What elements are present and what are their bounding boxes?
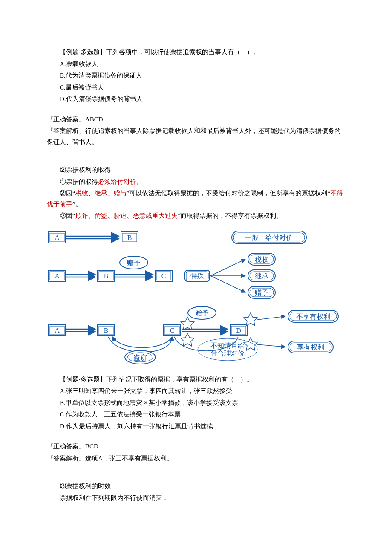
- q1-exp-text: 行使追索权的当事人除票据记载收款人和和最后被背书人外，还可能是代为清偿票据债务的…: [47, 127, 341, 145]
- svg-line-23: [210, 276, 245, 292]
- q1-option-d: D.代为清偿票据债务的背书人: [47, 94, 345, 105]
- diagram-gift-label-1: 赠予: [127, 259, 141, 266]
- sec2-p1b-red: 必须给付对价: [98, 178, 136, 185]
- sec2-p2a: ②因“: [60, 190, 75, 197]
- sec3-body: 票据权利在下列期限内不行使而消灭：: [47, 493, 345, 504]
- diagram-general-pill: 一般：给付对价: [245, 234, 293, 241]
- diagram-box-b2: B: [104, 272, 109, 279]
- q2-option-d: D.作为最后持票人，刘六持有一张银行汇票且背书连续: [47, 421, 345, 432]
- diagram-box-a3: A: [55, 327, 60, 334]
- svg-line-46: [257, 344, 285, 347]
- diagram-gift-label-2: 赠予: [195, 309, 209, 316]
- q2-answer-row: 『正确答案』BCD: [47, 441, 345, 452]
- sec2-p3b-red: 欺诈、偷盗、胁迫、恶意或重大过失: [75, 212, 178, 219]
- sec2-p1c: 。: [136, 178, 143, 185]
- spacer: [47, 465, 345, 481]
- spacer: [47, 148, 345, 165]
- q1-explanation: 『答案解析』行使追索权的当事人除票据记载收款人和和最后被背书人外，还可能是代为清…: [47, 126, 345, 147]
- diagram-special-box: 特殊: [190, 272, 204, 279]
- star-icon: [181, 333, 194, 346]
- spacer: [47, 433, 345, 441]
- q2-option-a: A.张三明知李四偷来一张支票，李四向其转让，张三欣然接受: [47, 386, 345, 397]
- star-icon: [244, 313, 257, 326]
- diagram-row1: A B 一般：给付对价: [49, 231, 306, 244]
- sec2-p1: ①票据的取得必须给付对价。: [47, 176, 345, 188]
- sec3-title: ⑶票据权利的时效: [47, 481, 345, 492]
- diagram-box-a1: A: [55, 234, 60, 241]
- q1-option-a: A.票载收款人: [47, 59, 345, 70]
- sec2-p1a: ①票据的取得: [60, 178, 98, 185]
- svg-line-45: [257, 316, 285, 320]
- sec2-p3: ③因“欺诈、偷盗、胁迫、恶意或重大过失”而取得票据的，不得享有票据权利。: [47, 211, 345, 222]
- q2-option-b: B.甲单位以支票形式向地震灾区某小学捐款，该小学接受该支票: [47, 398, 345, 409]
- sec2-p3a: ③因“: [60, 212, 75, 219]
- diagram-box-a2: A: [55, 272, 60, 279]
- sec2-p2: ②因“税收、继承、赠与”可以依法无偿取得票据的，不受给付对价之限制，但所享有的票…: [47, 188, 345, 210]
- diagram-noright-pill: 不享有权利: [296, 312, 330, 320]
- q2-exp-text: 选项A，张三不享有票据权利。: [85, 455, 173, 462]
- diagram: A B 一般：给付对价 A B 赠予 C 特殊 税收: [44, 229, 345, 366]
- q2-header: 【例题·多选题】下列情况下取得的票据，享有票据权利的有（ ）。: [47, 374, 345, 385]
- q2-answer-label: 『正确答案』: [47, 443, 85, 450]
- diagram-tax-pill: 税收: [255, 255, 268, 263]
- diagram-row3: A B 盗窃 C 赠予 D: [49, 306, 338, 364]
- diagram-unaware-2: 付合理对价: [210, 349, 245, 356]
- svg-line-21: [210, 259, 245, 276]
- star-icon: [181, 317, 194, 330]
- q1-header: 【例题·多选题】下列各项中，可以行使票据追索权的当事人有（ ）。: [47, 47, 345, 58]
- q2-explanation: 『答案解析』选项A，张三不享有票据权利。: [47, 453, 345, 464]
- sec2-p3c: ”而取得票据的，不得享有票据权利。: [178, 212, 283, 219]
- star-icon: [244, 338, 257, 350]
- diagram-unaware-1: 不知情且给: [210, 341, 245, 349]
- diagram-gift-pill: 赠予: [255, 289, 268, 296]
- diagram-inherit-pill: 继承: [255, 272, 268, 279]
- sec2-title: ⑵票据权利的取得: [47, 165, 345, 176]
- q1-answer-label: 『正确答案』: [47, 116, 85, 123]
- q2-option-c: C.作为收款人，王五依法接受一张银行本票: [47, 409, 345, 420]
- sec2-p2b-red: 税收、继承、赠与: [75, 190, 127, 197]
- q1-option-b: B.代为清偿票据债务的保证人: [47, 70, 345, 81]
- sec2-p2c: ”可以依法无偿取得票据的，不受给付对价之限制，但所享有的票据权利“: [127, 190, 330, 197]
- diagram-box-b3: B: [104, 327, 109, 334]
- q1-answer-value: ABCD: [85, 116, 103, 123]
- q1-option-c: C.最后被背书人: [47, 82, 345, 93]
- sec2-p2e: ”。: [72, 201, 82, 208]
- diagram-box-c2: C: [161, 272, 166, 279]
- q1-answer-row: 『正确答案』ABCD: [47, 114, 345, 125]
- diagram-box-b1: B: [127, 234, 132, 241]
- diagram-theft-label: 盗窃: [133, 353, 147, 361]
- diagram-row2: A B 赠予 C 特殊 税收 继承 赠予: [49, 253, 275, 298]
- q1-exp-label: 『答案解析』: [47, 127, 85, 134]
- diagram-hasright-pill: 享有权利: [297, 343, 324, 350]
- diagram-box-c3: C: [170, 327, 175, 334]
- diagram-box-d3: D: [236, 327, 241, 334]
- spacer: [47, 106, 345, 114]
- q2-exp-label: 『答案解析』: [47, 455, 85, 462]
- q2-answer-value: BCD: [85, 443, 98, 450]
